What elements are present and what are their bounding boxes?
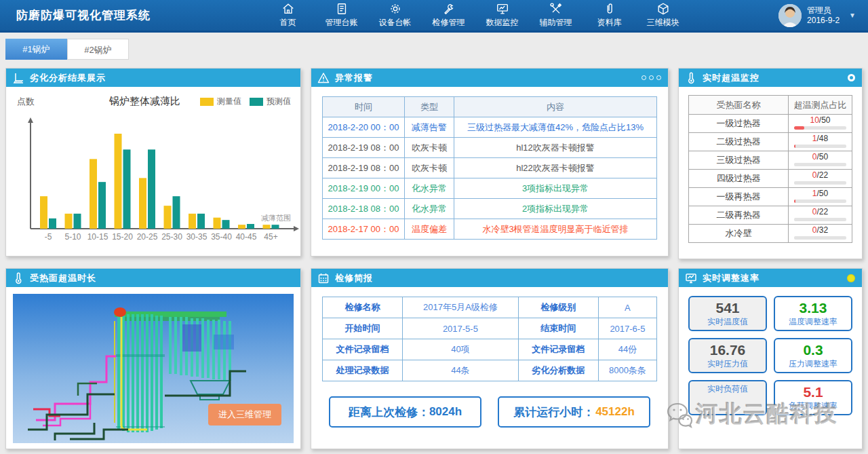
ratio-bar	[794, 163, 846, 166]
maintenance-row: 文件记录留档40项文件记录留档44份	[323, 339, 657, 360]
overtemp-row[interactable]: 四级过热器0/22	[689, 170, 852, 188]
alarm-col-header: 类型	[405, 97, 454, 117]
svg-text:10-15: 10-15	[87, 232, 108, 242]
alarm-cell: 化水异常	[405, 178, 454, 199]
avatar	[778, 4, 802, 27]
overtemp-row[interactable]: 水冷壁0/32	[689, 225, 852, 243]
alarm-cell: 3项指标出现异常	[454, 178, 657, 199]
nav-item-资料库[interactable]: 资料库	[583, 0, 636, 31]
alarm-cell: 2018-2-18 08：00	[323, 199, 405, 219]
overtemp-col-header: 受热面名称	[689, 96, 789, 115]
panel-overtemp-monitor: 实时超温监控 受热面名称超温测点占比 一级过热器10/50二级过热器1/48三级…	[678, 68, 863, 259]
rate-card-实时负荷值[interactable]: 实时负荷值	[688, 380, 767, 415]
panel-overtemp-header: 实时超温监控	[679, 69, 862, 87]
overtemp-ratio: 0/32	[789, 225, 852, 243]
ratio-bar	[794, 218, 846, 221]
maintenance-label: 文件记录留档	[323, 339, 403, 360]
panel-title: 劣化分析结果展示	[30, 72, 106, 84]
alarm-cell: 温度偏差	[405, 219, 454, 240]
boiler-3d-scene[interactable]: 进入三维管理	[13, 294, 294, 443]
maintenance-value: A	[598, 297, 656, 318]
rate-value: 5.1	[775, 383, 851, 400]
monitor-icon	[496, 2, 509, 16]
nav-item-三维模块[interactable]: 三维模块	[636, 0, 690, 31]
rate-value: 0.3	[775, 341, 851, 358]
svg-text:20-25: 20-25	[137, 232, 158, 242]
overtemp-row[interactable]: 一级再热器1/50	[689, 188, 852, 206]
alarm-row[interactable]: 2018-2-18 08：00化水异常2项指标出现异常	[323, 199, 657, 219]
panel-indicator-ring[interactable]	[848, 74, 855, 81]
nav-item-辅助管理[interactable]: 辅助管理	[529, 0, 583, 31]
nav-item-label: 数据监控	[486, 17, 519, 29]
nav-item-label: 设备台帐	[379, 17, 412, 29]
overtemp-row[interactable]: 一级过热器10/50	[689, 115, 852, 133]
maintenance-value: 2017-5-5	[403, 318, 519, 339]
panel-maintenance-brief: 检修简报 检修名称2017年5月A级检修检修级别A开始时间2017-5-5结束时…	[311, 268, 669, 449]
alarm-cell: 减薄告警	[405, 117, 454, 138]
nav-item-检修管理[interactable]: 检修管理	[422, 0, 475, 31]
nav-item-首页[interactable]: 首页	[261, 0, 315, 31]
nav-item-设备台帐[interactable]: 设备台帐	[368, 0, 422, 31]
calendar-icon	[317, 272, 330, 284]
overtemp-ratio: 0/22	[789, 170, 852, 188]
chevron-down-icon[interactable]: ▼	[849, 12, 856, 19]
alarm-row[interactable]: 2018-2-17 00：00温度偏差水冷壁3根管道温度明显高于临近管排	[323, 219, 657, 240]
maintenance-row: 开始时间2017-5-5结束时间2017-6-5	[323, 318, 657, 339]
nav-item-管理台账[interactable]: 管理台账	[315, 0, 368, 31]
ratio-value: 0/22	[794, 171, 846, 180]
overtemp-row[interactable]: 二级再热器0/22	[689, 206, 852, 225]
maintenance-buttons: 距离上次检修：8024h累计运行小时：45122h	[311, 381, 668, 428]
panel-title: 受热面超温时长	[30, 272, 96, 284]
maintenance-value: 8000条条	[598, 360, 656, 381]
since-last-overhaul-button[interactable]: 距离上次检修：8024h	[329, 396, 481, 428]
overtemp-col-header: 超温测点占比	[789, 96, 852, 115]
enter-3d-management-button[interactable]: 进入三维管理	[208, 404, 281, 425]
svg-text:减薄范围: 减薄范围	[261, 214, 291, 222]
gear-icon	[389, 2, 402, 16]
rate-card-压力调整速率[interactable]: 0.3压力调整速率	[774, 338, 852, 373]
user-box[interactable]: 管理员 2016-9-2 ▼	[778, 0, 856, 31]
overtemp-row[interactable]: 二级过热器1/48	[689, 133, 852, 151]
alarm-row[interactable]: 2018-2-19 08：00吹灰卡顿hl12吹灰器卡顿报警	[323, 138, 657, 158]
alarm-table: 时间类型内容 2018-2-20 00：00减薄告警三级过热器最大减薄值42%，…	[322, 96, 657, 240]
alarm-cell: 2018-2-19 08：00	[323, 158, 405, 178]
panel-title: 实时超温监控	[703, 72, 760, 84]
tab-boiler-1[interactable]: #1锅炉	[5, 39, 67, 60]
thinning-bar-chart: -55-1010-1515-2020-2525-3030-3535-4040-4…	[6, 108, 302, 252]
alarm-cell: 吹灰卡顿	[405, 158, 454, 178]
app-title: 防磨防爆可视化管理系统	[16, 7, 151, 23]
ratio-value: 0/22	[794, 208, 846, 216]
rate-card-负荷调整速率[interactable]: 5.1负荷调整速率	[774, 380, 852, 415]
user-meta: 管理员 2016-9-2	[807, 5, 840, 26]
overtemp-row[interactable]: 三级过热器0/50	[689, 151, 852, 170]
alarm-row[interactable]: 2018-2-19 00：00化水异常3项指标出现异常	[323, 178, 657, 199]
legend-swatch	[250, 98, 263, 106]
maintenance-label: 劣化分析数据	[518, 360, 598, 381]
alarm-row[interactable]: 2018-2-20 00：00减薄告警三级过热器最大减薄值42%，危险点占比13…	[323, 117, 657, 138]
rate-card-温度调整速率[interactable]: 3.13温度调整速率	[774, 296, 852, 331]
alarm-cell: 2018-2-17 00：00	[323, 219, 405, 240]
alarm-row[interactable]: 2018-2-19 08：00吹灰卡顿hl22吹灰器卡顿报警	[323, 158, 657, 178]
button-value: 8024h	[429, 405, 462, 419]
ratio-bar	[794, 181, 846, 185]
panel-indicator-dot[interactable]	[847, 274, 855, 282]
rate-card-实时压力值[interactable]: 16.76实时压力值	[688, 338, 767, 373]
panel-rates-header: 实时调整速率	[679, 269, 862, 287]
tab-boiler-2[interactable]: #2锅炉	[67, 39, 129, 60]
svg-text:5-10: 5-10	[64, 232, 81, 242]
cube-icon	[656, 2, 670, 16]
nav-item-label: 检修管理	[433, 17, 465, 29]
total-run-hours-button[interactable]: 累计运行小时：45122h	[498, 396, 650, 428]
rate-card-实时温度值[interactable]: 541实时温度值	[688, 296, 767, 331]
overtemp-table: 受热面名称超温测点占比 一级过热器10/50二级过热器1/48三级过热器0/50…	[688, 95, 852, 243]
user-name: 管理员	[807, 5, 840, 16]
nav-item-数据监控[interactable]: 数据监控	[475, 0, 529, 31]
panel-options-dots[interactable]	[639, 75, 661, 80]
alarm-cell: 三级过热器最大减薄值42%，危险点占比13%	[454, 117, 657, 138]
nav-item-label: 管理台账	[326, 17, 358, 29]
button-prefix: 累计运行小时：	[513, 404, 594, 420]
thermometer-icon	[685, 72, 697, 84]
maintenance-label: 处理记录数据	[323, 360, 403, 381]
surface-name: 一级过热器	[689, 115, 789, 133]
alarm-cell: 2018-2-19 00：00	[323, 178, 405, 199]
